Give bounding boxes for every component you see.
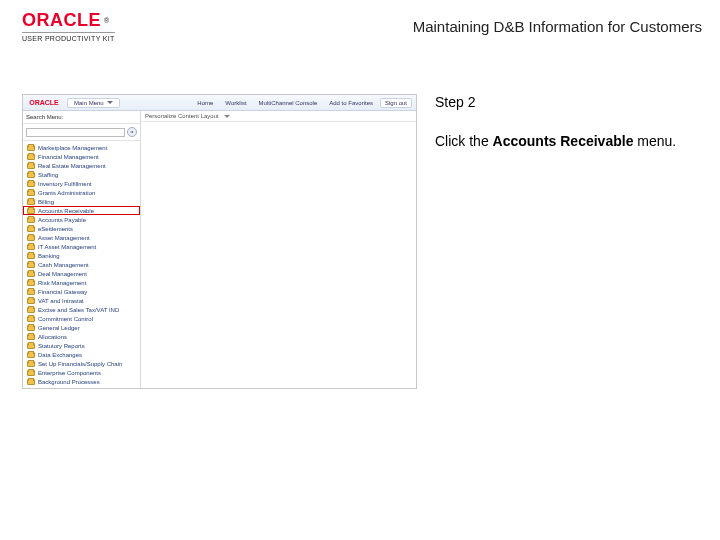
folder-icon xyxy=(27,190,35,196)
sidebar-item-label: Banking xyxy=(38,253,60,259)
sidebar-item-label: Enterprise Components xyxy=(38,370,101,376)
instruction-before: Click the xyxy=(435,133,493,149)
registered-mark: ® xyxy=(104,17,110,24)
page-title: Maintaining D&B Information for Customer… xyxy=(413,18,702,35)
instruction-after: menu. xyxy=(633,133,676,149)
sidebar-item[interactable]: Commitment Control xyxy=(23,314,140,323)
sidebar-item-label: Marketplace Management xyxy=(38,145,107,151)
breadcrumb-label: Main Menu xyxy=(74,100,104,106)
sidebar-item[interactable]: Set Up Financials/Supply Chain xyxy=(23,359,140,368)
topnav: HomeWorklistMultiChannel ConsoleAdd to F… xyxy=(192,98,416,108)
sidebar-item[interactable]: VAT and Intrastat xyxy=(23,296,140,305)
sidebar-item-label: Asset Management xyxy=(38,235,90,241)
folder-icon xyxy=(27,145,35,151)
sidebar-item[interactable]: Background Processes xyxy=(23,377,140,386)
sidebar-item-label: VAT and Intrastat xyxy=(38,298,84,304)
sidebar-item[interactable]: Financial Gateway xyxy=(23,287,140,296)
folder-icon xyxy=(27,343,35,349)
sidebar-item[interactable]: Cash Management xyxy=(23,260,140,269)
sidebar-item[interactable]: Allocations xyxy=(23,332,140,341)
sidebar-item[interactable]: Staffing xyxy=(23,170,140,179)
sidebar-item-label: Billing xyxy=(38,199,54,205)
folder-icon xyxy=(27,163,35,169)
sidebar-item[interactable]: Financial Management xyxy=(23,152,140,161)
oracle-logo: ORACLE® USER PRODUCTIVITY KIT xyxy=(22,10,115,42)
search-arrow-icon xyxy=(129,129,135,135)
sidebar-item-label: Cash Management xyxy=(38,262,89,268)
sidebar-item-accounts-receivable[interactable]: Accounts Receivable xyxy=(23,206,140,215)
folder-icon xyxy=(27,289,35,295)
sidebar-item-label: Allocations xyxy=(38,334,67,340)
folder-icon xyxy=(27,262,35,268)
folder-icon xyxy=(27,244,35,250)
search-go-button[interactable] xyxy=(127,127,137,137)
folder-icon xyxy=(27,307,35,313)
sidebar-item-label: Excise and Sales Tax/VAT IND xyxy=(38,307,119,313)
sidebar-item[interactable]: eSettlements xyxy=(23,224,140,233)
folder-icon xyxy=(27,217,35,223)
sidebar-item[interactable]: General Ledger xyxy=(23,323,140,332)
sidebar-item[interactable]: Real Estate Management xyxy=(23,161,140,170)
sidebar-item-label: Real Estate Management xyxy=(38,163,106,169)
folder-icon xyxy=(27,352,35,358)
folder-icon xyxy=(27,199,35,205)
sidebar-item-label: Set Up Financials/Supply Chain xyxy=(38,361,122,367)
brand-text: ORACLE xyxy=(22,10,101,31)
instruction-bold: Accounts Receivable xyxy=(493,133,634,149)
sidebar-item-label: Inventory Fulfillment xyxy=(38,181,92,187)
sidebar-item[interactable]: Billing xyxy=(23,197,140,206)
content-toolbar: Personalize Content Layout xyxy=(141,111,416,122)
folder-icon xyxy=(27,172,35,178)
sidebar-item-label: Data Exchanges xyxy=(38,352,82,358)
sidebar-item-label: Statutory Reports xyxy=(38,343,85,349)
app-logo: ORACLE xyxy=(25,96,63,110)
chevron-down-icon xyxy=(224,115,230,118)
folder-icon xyxy=(27,208,35,214)
sidebar-item[interactable]: Data Exchanges xyxy=(23,350,140,359)
content-area: Personalize Content Layout xyxy=(141,111,416,388)
sidebar-menu: Marketplace ManagementFinancial Manageme… xyxy=(23,141,140,388)
search-label: Search Menu: xyxy=(26,114,63,120)
app-screenshot: ORACLE Main Menu HomeWorklistMultiChanne… xyxy=(22,94,417,389)
app-topbar: ORACLE Main Menu HomeWorklistMultiChanne… xyxy=(23,95,416,111)
topnav-link[interactable]: Add to Favorites xyxy=(324,98,378,108)
topnav-link[interactable]: Home xyxy=(192,98,218,108)
sidebar-item[interactable]: Marketplace Management xyxy=(23,143,140,152)
sidebar-item-label: Background Processes xyxy=(38,379,100,385)
sidebar-item[interactable]: Deal Management xyxy=(23,269,140,278)
folder-icon xyxy=(27,253,35,259)
sidebar-item-label: eSettlements xyxy=(38,226,73,232)
folder-icon xyxy=(27,370,35,376)
sidebar-item[interactable]: Statutory Reports xyxy=(23,341,140,350)
sidebar-item[interactable]: Grants Administration xyxy=(23,188,140,197)
topnav-link[interactable]: Sign out xyxy=(380,98,412,108)
sidebar-item-label: Financial Management xyxy=(38,154,99,160)
folder-icon xyxy=(27,181,35,187)
sidebar-item[interactable]: Accounts Payable xyxy=(23,215,140,224)
topnav-link[interactable]: Worklist xyxy=(220,98,251,108)
breadcrumb[interactable]: Main Menu xyxy=(67,98,120,108)
sidebar-item-label: General Ledger xyxy=(38,325,80,331)
folder-icon xyxy=(27,154,35,160)
sidebar-item-label: Accounts Payable xyxy=(38,217,86,223)
sidebar-item[interactable]: Inventory Fulfillment xyxy=(23,179,140,188)
sidebar-item-label: Risk Management xyxy=(38,280,86,286)
folder-icon xyxy=(27,379,35,385)
sidebar: Search Menu: Marketplace ManagementFinan… xyxy=(23,111,141,388)
sidebar-item[interactable]: Asset Management xyxy=(23,233,140,242)
folder-icon xyxy=(27,325,35,331)
sidebar-item-label: Staffing xyxy=(38,172,58,178)
content-bar-label[interactable]: Personalize Content Layout xyxy=(145,113,219,119)
folder-icon xyxy=(27,226,35,232)
sidebar-item[interactable]: Banking xyxy=(23,251,140,260)
sidebar-item[interactable]: Risk Management xyxy=(23,278,140,287)
sidebar-item-label: Commitment Control xyxy=(38,316,93,322)
sidebar-item[interactable]: Excise and Sales Tax/VAT IND xyxy=(23,305,140,314)
folder-icon xyxy=(27,334,35,340)
topnav-link[interactable]: MultiChannel Console xyxy=(254,98,323,108)
brand-subtitle: USER PRODUCTIVITY KIT xyxy=(22,32,115,42)
search-input[interactable] xyxy=(26,128,125,137)
sidebar-item[interactable]: Enterprise Components xyxy=(23,368,140,377)
folder-icon xyxy=(27,280,35,286)
sidebar-item[interactable]: IT Asset Management xyxy=(23,242,140,251)
